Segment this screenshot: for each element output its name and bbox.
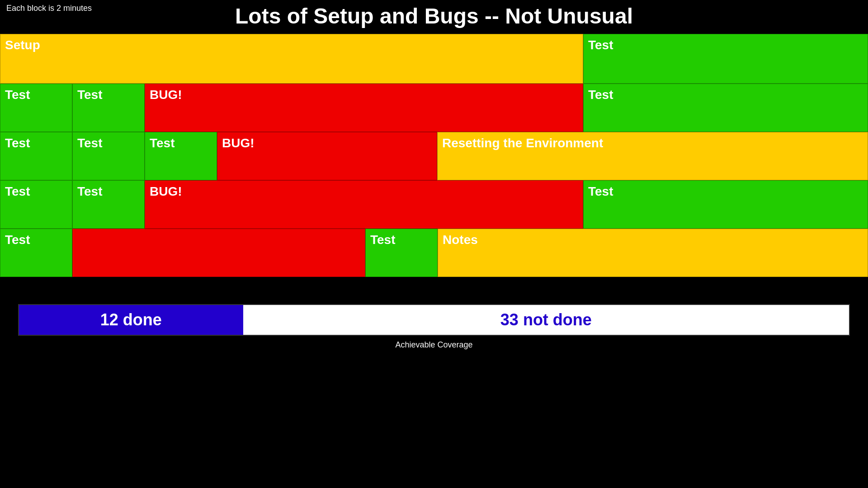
page-title: Lots of Setup and Bugs -- Not Unusual xyxy=(235,4,633,28)
cell-1-2: BUG! xyxy=(145,84,583,132)
cell-2-4: Resetting the Environment xyxy=(437,132,868,180)
done-bar: 12 done xyxy=(19,305,243,335)
cell-3-3: Test xyxy=(583,180,868,229)
cell-3-1: Test xyxy=(72,180,145,229)
cell-3-2: BUG! xyxy=(145,180,583,229)
grid-row-3: TestTestBUG!Test xyxy=(0,180,868,229)
grid-container: SetupTestTestTestBUG!TestTestTestTestBUG… xyxy=(0,34,868,277)
grid-row-4: TestTestNotes xyxy=(0,229,868,277)
cell-2-1: Test xyxy=(72,132,145,180)
header: Each block is 2 minutes Lots of Setup an… xyxy=(0,0,868,30)
cell-1-0: Test xyxy=(0,84,72,132)
cell-0-0: Setup xyxy=(0,34,583,84)
cell-4-1 xyxy=(72,229,365,277)
cell-2-0: Test xyxy=(0,132,72,180)
cell-4-3: Notes xyxy=(438,229,868,277)
progress-bar: 12 done 33 not done xyxy=(18,304,850,336)
not-done-bar: 33 not done xyxy=(243,305,849,335)
progress-section: 12 done 33 not done Achievable Coverage xyxy=(18,304,850,350)
not-done-label: 33 not done xyxy=(500,310,592,329)
subtitle: Each block is 2 minutes xyxy=(6,4,92,13)
cell-3-0: Test xyxy=(0,180,72,229)
done-label: 12 done xyxy=(100,310,162,329)
grid-row-1: TestTestBUG!Test xyxy=(0,84,868,132)
cell-2-2: Test xyxy=(145,132,217,180)
grid-row-0: SetupTest xyxy=(0,34,868,84)
cell-0-1: Test xyxy=(583,34,868,84)
cell-1-3: Test xyxy=(583,84,868,132)
cell-4-2: Test xyxy=(365,229,438,277)
cell-4-0: Test xyxy=(0,229,72,277)
cell-1-1: Test xyxy=(72,84,145,132)
cell-2-3: BUG! xyxy=(217,132,437,180)
grid-row-2: TestTestTestBUG!Resetting the Environmen… xyxy=(0,132,868,180)
achievable-coverage-label: Achievable Coverage xyxy=(18,340,850,350)
